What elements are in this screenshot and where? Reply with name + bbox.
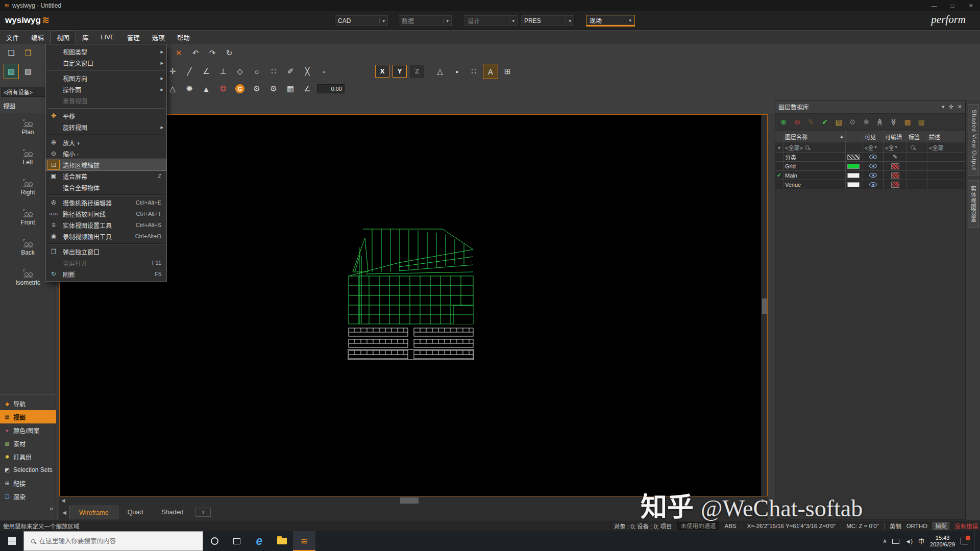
speaker-icon[interactable]: ◄) [905,538,913,544]
sidebar-expander[interactable]: » [50,505,53,512]
menu-item-popout-window[interactable]: ❐弹出独立窗口 [46,246,166,257]
taskbar-search[interactable] [23,531,203,551]
menu-item-view-direction[interactable]: 视图方向 [46,72,166,84]
tab-shaded[interactable]: Shaded [152,506,192,519]
scroll-left-icon[interactable]: ◀ [59,498,67,503]
gear-icon[interactable]: ⚙ [846,116,859,128]
panel-menu-icon[interactable]: ▾ [942,104,945,110]
snap-icon[interactable]: ○ [250,64,264,79]
column-editable[interactable]: 可编辑 [884,131,907,142]
sidebar-item-patch[interactable]: ⊞配接 [0,477,56,490]
sidebar-item-selection-sets[interactable]: ◩Selection Sets [0,463,56,477]
delete-layer-icon[interactable]: ⊖ [791,116,803,128]
cortana-button[interactable] [203,531,226,551]
visibility-eye-icon[interactable] [869,155,877,159]
visibility-eye-icon[interactable] [869,173,877,178]
layer-row-venue[interactable]: Venue [775,180,965,189]
cone-icon[interactable]: ▲ [199,82,213,96]
grid-view-icon[interactable]: ▩ [901,116,914,128]
add-view-tab-button[interactable]: + [195,508,210,517]
menu-edit[interactable]: 编辑 [25,31,50,44]
close-button[interactable]: ✕ [962,0,980,11]
abs-mode[interactable]: ABS [724,523,736,529]
column-desc[interactable]: 描述 [927,131,965,142]
locked-hatch-icon[interactable] [891,172,899,179]
grid-dots-icon[interactable]: ∷ [467,64,481,79]
panel-close-icon[interactable]: ✕ [958,104,962,110]
filter-editable[interactable]: <全▾ [884,142,907,153]
list-icon[interactable]: ▤ [832,116,845,128]
spreadsheet-icon[interactable]: ▦ [283,82,298,96]
tab-shaded-view-options[interactable]: 实体视图设置 [968,180,979,228]
action-center-icon[interactable] [961,538,968,544]
snap-icon[interactable]: ▫ [317,64,331,79]
menu-item-fit-screen[interactable]: ▣适合屏幕Z [46,170,166,182]
ime-indicator[interactable]: 中 [918,537,924,545]
menu-item-zoom-region[interactable]: ⊡选择区域缩放 [46,159,166,170]
column-layer-name[interactable]: 图层名称▲ [783,131,846,142]
add-layer-icon[interactable]: ⊕ [777,116,790,128]
sidebar-item-materials[interactable]: ▧素材 [0,437,56,450]
minimize-button[interactable]: — [925,0,943,11]
table-grid-icon[interactable]: ⊞ [500,64,514,79]
menu-help[interactable]: 帮助 [171,31,196,44]
menu-item-fit-all[interactable]: 适合全部物体 [46,182,166,193]
display-icon[interactable] [892,539,899,544]
snap-icon[interactable]: ⊥ [216,64,230,79]
redo-icon[interactable]: ↷ [205,46,219,60]
locked-hatch-icon[interactable] [891,163,899,169]
axis-x-toggle[interactable]: X [375,65,389,78]
filter-tag[interactable] [907,142,927,153]
delete-icon[interactable]: ✕ [172,46,186,60]
column-visible[interactable]: 可见 [863,131,884,142]
snap-icon[interactable]: ◇ [233,64,247,79]
grid-view-alt-icon[interactable]: ▦ [915,116,927,128]
menu-item-shaded-view-tool[interactable]: ≡实体视图设置工具Ctrl+Alt+S [46,219,166,231]
edit-layer-icon[interactable]: ✎ [805,116,817,128]
horizontal-scrollbar-thumb[interactable] [400,497,419,504]
repeat-icon[interactable]: ↻ [222,46,236,60]
menu-live[interactable]: LIVE [95,31,121,44]
editable-pencil-icon[interactable]: ✎ [893,154,897,160]
scroll-right-icon[interactable]: ▶ [760,498,768,503]
mode-dropdown-pres[interactable]: PRES▾ [521,15,575,27]
menu-item-custom-window[interactable]: 自定义窗口 [46,57,166,68]
shaded-cube-icon[interactable]: ▨ [21,64,35,79]
snap-icon[interactable]: ✛ [165,64,180,79]
plane-icon[interactable]: △ [433,64,447,79]
layer-color-swatch[interactable] [847,164,860,169]
sidebar-item-navigation[interactable]: ◆导航 [0,397,56,410]
menu-manage[interactable]: 管理 [121,31,146,44]
menu-item-zoom-in[interactable]: ⊕放大 + [46,137,166,148]
wysiwyg-taskbar-button[interactable]: ≋ [293,531,315,551]
tab-quad[interactable]: Quad [118,506,153,519]
vertical-scrollbar[interactable] [761,115,767,496]
sidebar-item-fixture-groups[interactable]: ✺灯具组 [0,450,56,463]
file-explorer-button[interactable] [271,531,293,551]
clock[interactable]: 15:43 2020/6/29 [930,535,955,548]
start-button[interactable] [0,531,23,551]
ortho-toggle[interactable]: ORTHO [906,523,927,529]
layer-row-grid[interactable]: Grid [775,162,965,171]
mode-dropdown-design[interactable]: 设计▾ [464,15,518,27]
channel-display[interactable]: 未使用的通道 [677,522,719,530]
expand-all-icon[interactable]: ≫ [888,116,900,128]
layer-row-main[interactable]: ✔ Main [775,171,965,180]
layer-color-swatch[interactable] [847,173,860,178]
column-swatch[interactable] [846,131,863,142]
open-file-icon[interactable]: ❒ [21,46,35,60]
axis-z-toggle[interactable]: Z [410,65,424,78]
mode-dropdown-cad[interactable]: CAD▾ [334,15,388,27]
mode-dropdown-data[interactable]: 数据▾ [398,15,452,27]
filter-visible[interactable]: <全▾ [863,142,884,153]
mode-dropdown-live[interactable]: 现场▾ [586,15,635,27]
lock-icon[interactable]: ▪ [450,64,464,79]
sidebar-item-colors-patterns[interactable]: ●颜色/图案 [0,423,56,437]
menu-options[interactable]: 选项 [146,31,171,44]
menu-item-zoom-out[interactable]: ⊖缩小 - [46,148,166,159]
new-file-icon[interactable]: ❏ [4,46,18,60]
menu-item-view-type[interactable]: 视图类型 [46,46,166,57]
vertical-scrollbar-thumb[interactable] [762,298,767,314]
layer-row-category[interactable]: 分类 ✎ [775,153,965,162]
apply-icon[interactable]: ✔ [819,116,831,128]
